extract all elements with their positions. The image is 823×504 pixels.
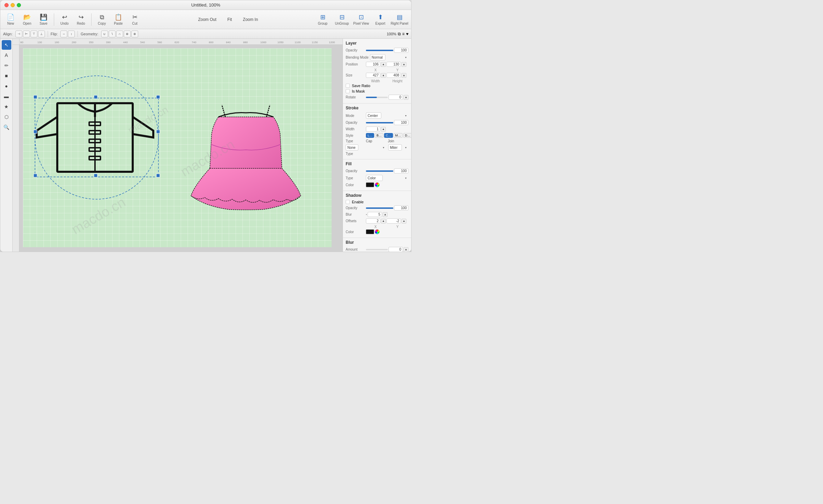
pointer-tool[interactable]: ↖ xyxy=(2,40,11,50)
stroke-width-input[interactable]: 1 xyxy=(366,127,380,132)
align-left-button[interactable]: ⊣ xyxy=(15,31,22,37)
open-button[interactable]: 📂 Open xyxy=(20,11,35,28)
shadow-offset-x-input[interactable]: 2 xyxy=(366,218,380,224)
fill-color-value xyxy=(366,182,408,187)
fill-color-circle[interactable] xyxy=(375,182,380,187)
position-row: Position 106 ▲ 130 ▲ xyxy=(346,62,408,67)
blur-amount-stepper[interactable]: ▲ xyxy=(404,247,408,252)
shadow-offset-x-stepper[interactable]: ▲ xyxy=(381,219,386,224)
cut-button[interactable]: ✂ Cut xyxy=(127,11,142,28)
fill-color-swatch[interactable] xyxy=(366,182,374,187)
svg-text:390: 390 xyxy=(106,41,111,44)
size-w-stepper[interactable]: ▲ xyxy=(381,73,386,78)
geo-union-button[interactable]: ∪ xyxy=(101,31,108,37)
stroke-style-d[interactable]: D… xyxy=(403,133,411,138)
pixel-view-button[interactable]: ⊡ Pixel View xyxy=(352,11,370,28)
paste-button[interactable]: 📋 Paste xyxy=(111,11,126,28)
rotate-stepper[interactable]: ▲ xyxy=(404,95,408,100)
blur-amount-slider[interactable] xyxy=(366,249,388,250)
stroke-mode-select-wrap: Center Inside Outside xyxy=(366,112,408,119)
shadow-opacity-input[interactable]: 100 xyxy=(394,205,408,211)
size-w-input[interactable]: 427 xyxy=(366,73,380,78)
geo-intersect-button[interactable]: ∩ xyxy=(116,31,123,37)
minimize-button[interactable] xyxy=(11,3,15,7)
undo-button[interactable]: ↩ Undo xyxy=(57,11,72,28)
save-button[interactable]: 💾 Save xyxy=(36,11,51,28)
fill-type-select[interactable]: Color Gradient Pattern xyxy=(366,175,383,181)
stroke-style-c[interactable]: C… xyxy=(384,133,393,138)
stroke-style-l[interactable]: L… xyxy=(366,133,374,138)
size-h-input[interactable]: 408 xyxy=(386,73,401,78)
rotate-slider[interactable] xyxy=(366,97,388,98)
pos-x-stepper[interactable]: ▲ xyxy=(381,62,386,67)
is-mask-checkbox[interactable] xyxy=(346,89,350,93)
stroke-mode-select[interactable]: Center Inside Outside xyxy=(366,112,381,119)
polygon-tool[interactable]: ⬡ xyxy=(2,112,11,122)
shadow-blur-input[interactable]: 5 xyxy=(368,212,382,217)
close-button[interactable] xyxy=(4,3,9,7)
pos-y-input[interactable]: 130 xyxy=(386,62,401,67)
rounded-rect-tool[interactable]: ▬ xyxy=(2,92,11,101)
redo-button[interactable]: ↪ Redo xyxy=(73,11,88,28)
shadow-offset-y-input[interactable]: -2 xyxy=(386,218,401,224)
align-top-button[interactable]: ⊥ xyxy=(38,31,45,37)
stroke-width-stepper[interactable]: ▲ xyxy=(381,127,386,132)
opacity-input[interactable]: 100 xyxy=(394,48,408,53)
blur-amount-input[interactable]: 0 xyxy=(389,247,403,252)
pos-y-stepper[interactable]: ▲ xyxy=(402,62,406,67)
rect-tool[interactable]: ■ xyxy=(2,71,11,81)
shadow-color-swatch[interactable] xyxy=(366,229,374,234)
shadow-offset-y-stepper[interactable]: ▲ xyxy=(402,219,406,224)
export-button[interactable]: ⬆ Export xyxy=(371,11,389,28)
zoom-layers-icon[interactable]: ⧉ xyxy=(398,32,401,36)
geo-exclude-button[interactable]: ⊕ xyxy=(124,31,131,37)
stroke-opacity-input[interactable]: 100 xyxy=(394,120,408,125)
svg-text:260: 260 xyxy=(72,41,76,44)
blending-select[interactable]: Normal Multiply Screen Overlay xyxy=(370,54,385,60)
stroke-opacity-slider[interactable] xyxy=(366,122,393,123)
fill-opacity-slider[interactable] xyxy=(366,170,393,172)
zoom-out-button[interactable]: Zoom Out xyxy=(195,16,219,23)
ungroup-button[interactable]: ⊟ UnGroup xyxy=(333,11,351,28)
new-button[interactable]: 📄 New xyxy=(3,11,18,28)
circle-tool[interactable]: ● xyxy=(2,81,11,91)
align-center-h-button[interactable]: ⊢ xyxy=(23,31,30,37)
group-button[interactable]: ⊞ Group xyxy=(314,11,332,28)
shadow-enable-checkbox[interactable] xyxy=(346,200,350,204)
opacity-value: 100 xyxy=(366,48,408,53)
zoom-stack-icon[interactable]: ≡ xyxy=(402,32,405,36)
shadow-opacity-slider[interactable] xyxy=(366,207,393,209)
text-tool[interactable]: A xyxy=(2,50,11,60)
size-h-stepper[interactable]: ▲ xyxy=(402,73,406,78)
shadow-color-circle[interactable] xyxy=(375,229,380,234)
geo-combine-button[interactable]: ⊗ xyxy=(131,31,138,37)
opacity-slider[interactable] xyxy=(366,50,393,51)
copy-button[interactable]: ⧉ Copy xyxy=(94,11,109,28)
stroke-style-m[interactable]: M… xyxy=(394,133,403,138)
geo-subtract-button[interactable]: ∖ xyxy=(109,31,116,37)
blending-select-wrap: Normal Multiply Screen Overlay xyxy=(370,54,408,60)
zoom-in-button[interactable]: Zoom In xyxy=(240,16,261,23)
zoom-heart-icon[interactable]: ♥ xyxy=(406,32,408,36)
shadow-blur-stepper[interactable]: ▲ xyxy=(383,212,387,217)
shadow-color-row: Color xyxy=(346,229,408,234)
maximize-button[interactable] xyxy=(17,3,21,7)
zoom-tool[interactable]: 🔍 xyxy=(2,122,11,132)
canvas-area[interactable]: 80 130 160 260 350 390 440 540 580 620 7… xyxy=(13,39,343,252)
stroke-type-select[interactable]: None Arrow xyxy=(346,144,358,151)
align-right-button[interactable]: ⊤ xyxy=(31,31,37,37)
stroke-style-b[interactable]: B… xyxy=(375,133,383,138)
pen-tool[interactable]: ✏ xyxy=(2,61,11,70)
flip-v-button[interactable]: ↕ xyxy=(68,31,75,37)
blending-row: Blending Mode Normal Multiply Screen Ove… xyxy=(346,54,408,60)
fit-button[interactable]: Fit xyxy=(225,16,235,23)
zoom-out-label: Zoom Out xyxy=(198,17,216,22)
star-tool[interactable]: ★ xyxy=(2,102,11,111)
save-ratio-checkbox[interactable] xyxy=(346,84,350,88)
flip-h-button[interactable]: ↔ xyxy=(60,31,67,37)
right-panel-button[interactable]: ▤ Right Panel xyxy=(391,11,408,28)
pos-x-input[interactable]: 106 xyxy=(366,62,380,67)
rotate-input[interactable]: 0 xyxy=(389,95,403,100)
stroke-join-select[interactable]: Miter Round Bevel xyxy=(388,144,402,151)
fill-opacity-input[interactable]: 100 xyxy=(394,168,408,173)
